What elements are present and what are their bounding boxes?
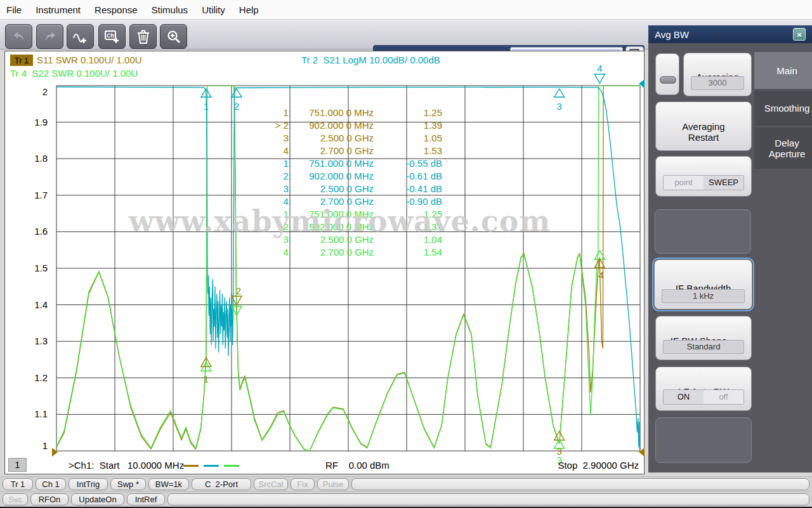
lf-auto-bw-toggle[interactable]: ON off [663,389,744,405]
marker-frequency: 2.500 0 GHz [291,132,374,145]
menu-item-response[interactable]: Response [95,4,138,15]
status-pulse[interactable]: Pulse [317,478,349,490]
status-srccal[interactable]: SrcCal [254,478,288,490]
y-axis-tick-label: 1.6 [34,226,48,237]
average-type-toggle[interactable]: point SWEEP [663,175,744,190]
if-bandwidth-button[interactable]: IF Bandwidth 1 kHz [654,259,752,309]
marker-number: 1: [242,157,291,170]
lf-auto-bw-option-on[interactable]: ON [664,390,704,404]
status-c-2-port[interactable]: C 2-Port [192,478,251,490]
average-type-option-point[interactable]: point [664,176,704,190]
marker-frequency: 902.000 0 MHz [291,170,374,183]
menu-item-help[interactable]: Help [239,4,259,15]
marker-number: 4: [242,195,291,208]
if-bw-shape-button[interactable]: IF BW Shape ▼ Standard [655,316,752,360]
lf-auto-bw-button[interactable]: LF Auto BW ON off [655,367,752,411]
menu-item-utility[interactable]: Utility [202,4,225,15]
averaging-button[interactable]: Averaging 3000 [683,53,752,96]
marker-value: 1.25 [374,107,442,119]
marker-row: 2:902.000 0 MHz-0.61 dB [242,170,446,183]
panel-collapse-button[interactable] [655,53,679,95]
marker-frequency: 2.500 0 GHz [291,233,374,246]
status-filler[interactable] [351,478,809,490]
panel-placeholder-2 [655,417,752,463]
delete-trace-button[interactable] [129,24,157,49]
status-fix[interactable]: Fix [291,478,315,490]
menu-item-instrument[interactable]: Instrument [36,4,81,15]
tab-main[interactable]: Main [754,52,812,89]
svg-text:Ch: Ch [107,32,114,39]
status-rfon[interactable]: RFOn [30,493,69,505]
averaging-restart-button[interactable]: Averaging Restart [655,101,752,151]
avg-bw-panel: Avg BW × MainSmoothingDelay Aperture Ave… [648,25,812,472]
marker-value: 1.54 [374,246,442,259]
status-bw-1k[interactable]: BW=1k [148,478,189,490]
marker-frequency: 2.700 0 GHz [291,195,374,208]
lf-auto-bw-option-off[interactable]: off [704,390,743,404]
trace2-legend-dash [204,465,219,467]
marker-number: 1: [242,208,291,221]
status-ch-1[interactable]: Ch 1 [36,478,66,490]
marker-table-tr4: 1:751.000 0 MHz1.252:902.000 0 MHz1.373:… [242,208,446,259]
marker-value: -0.90 dB [374,195,442,208]
marker-frequency: 751.000 0 MHz [291,208,374,221]
marker-row: 3:2.500 0 GHz1.05 [242,132,446,145]
panel-placeholder-1 [655,209,751,254]
marker-value: -0.41 dB [374,183,442,195]
tab-delay-aperture[interactable]: Delay Aperture [754,127,812,169]
tr2-ref-arrow-right [639,79,645,88]
menu-item-stimulus[interactable]: Stimulus [152,4,188,15]
marker-row: 3:2.500 0 GHz-0.41 dB [242,183,446,195]
marker-row: 1:751.000 0 MHz1.25 [242,107,446,119]
marker-number: 2: [242,221,291,233]
redo-button[interactable] [36,24,63,49]
menu-bar: FileInstrumentResponseStimulusUtilityHel… [0,0,812,19]
marker-value: 1.04 [374,233,442,246]
add-trace-button[interactable] [67,24,94,49]
status-updateon[interactable]: UpdateOn [71,493,124,505]
close-icon[interactable]: × [793,28,806,41]
marker-2-tr2-icon [232,89,242,97]
marker-row: 1:751.000 0 MHz-0.55 dB [242,157,446,170]
stop-frequency-text[interactable]: Stop 2.90000 GHz [558,460,639,471]
grip-icon [660,76,676,84]
if-bandwidth-value: 1 kHz [662,289,745,303]
marker-frequency: 751.000 0 MHz [291,107,374,119]
status-swp[interactable]: Swp * [110,478,146,490]
plot-footer: 1 >Ch1: Start 10.0000 MHz RF 0.00 dBm St… [5,456,644,474]
y-axis-tick-label: 1.2 [34,372,48,383]
status-tr-1[interactable]: Tr 1 [3,478,33,490]
y-axis-tick-label: 1.1 [34,408,48,419]
undo-button[interactable] [5,24,32,49]
averaging-restart-label: Averaging Restart [669,121,738,143]
marker-value: -0.61 dB [374,170,442,183]
status-svc[interactable]: Svc [3,493,28,505]
average-type-button[interactable]: Average Type point SWEEP [655,156,752,197]
average-type-option-sweep[interactable]: SWEEP [704,176,743,190]
y-axis-tick-label: 1 [43,440,48,451]
trace4-legend-dash [224,465,239,467]
marker-number: 2: [242,170,291,183]
tab-smoothing[interactable]: Smoothing [754,91,812,126]
marker-4-tr1-label: 4 [598,270,603,280]
menu-item-file[interactable]: File [6,4,22,15]
averaging-value: 3000 [691,76,744,90]
status-intref[interactable]: IntRef [127,493,165,505]
marker-value: 1.25 [374,208,442,221]
rf-power-text[interactable]: RF 0.00 dBm [325,460,390,471]
zoom-in-button[interactable] [160,24,187,49]
marker-value: 1.37 [374,221,442,233]
marker-frequency: 2.700 0 GHz [291,145,374,157]
delete-trace-icon [136,29,150,44]
status-inttrig[interactable]: IntTrig [69,478,108,490]
marker-row: 3:2.500 0 GHz1.04 [242,233,446,246]
status-bar-row2: SvcRFOnUpdateOnIntRef [0,492,812,507]
marker-table-tr2: 1:751.000 0 MHz-0.55 dB2:902.000 0 MHz-0… [242,157,446,208]
marker-3-tr2-label: 3 [556,101,561,112]
status-filler[interactable] [167,493,809,505]
channel-badge[interactable]: 1 [8,458,27,472]
channel-start-text[interactable]: >Ch1: Start 10.0000 MHz [69,460,184,471]
marker-row: 4:2.700 0 GHz1.54 [242,246,446,259]
marker-2-tr2-label: 2 [234,101,239,112]
add-channel-button[interactable]: Ch [98,24,126,49]
